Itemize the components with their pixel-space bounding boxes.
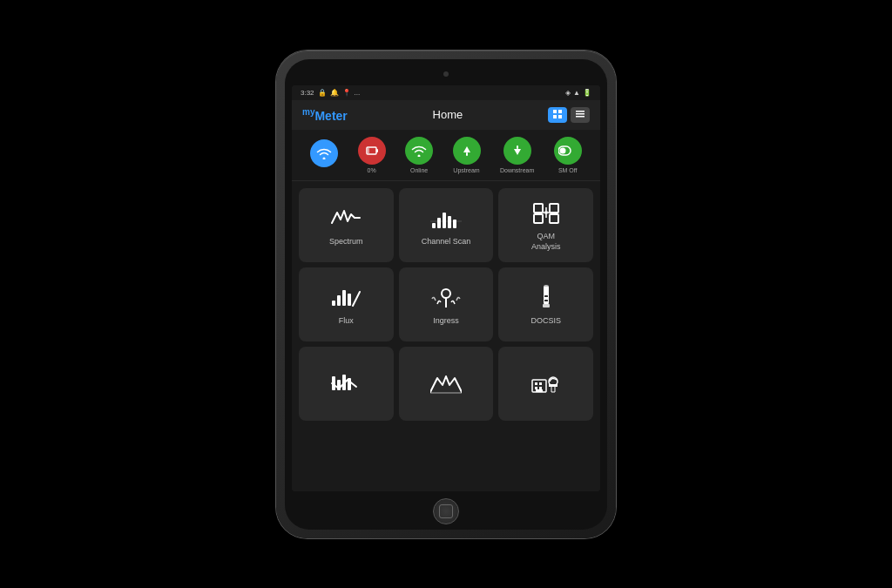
svg-point-35 xyxy=(442,289,450,298)
status-item-upstream[interactable]: Upstream xyxy=(453,137,481,173)
svg-marker-12 xyxy=(514,149,521,155)
status-battery-icon: 🔋 xyxy=(583,89,591,97)
wifi-circle xyxy=(310,139,338,167)
qam-icon xyxy=(530,200,562,225)
svg-rect-13 xyxy=(517,145,518,149)
svg-rect-50 xyxy=(535,387,537,389)
building-icon xyxy=(530,369,562,394)
qam-label: QAMAnalysis xyxy=(531,232,561,252)
tablet-screen: 3:32 🔒 🔔 📍 ... ◈ ▲ 🔋 myMeter Home xyxy=(285,59,607,530)
spectrum-label: Spectrum xyxy=(329,237,363,247)
camera xyxy=(443,71,449,77)
svg-rect-52 xyxy=(536,389,543,392)
svg-line-34 xyxy=(353,292,360,306)
online-circle xyxy=(405,137,433,165)
svg-rect-19 xyxy=(448,216,451,228)
header-actions xyxy=(548,107,590,123)
svg-rect-2 xyxy=(553,115,557,118)
svg-rect-48 xyxy=(535,382,537,385)
grid-item-flux[interactable]: Flux xyxy=(299,267,394,341)
grid-item-ingress[interactable]: Ingress xyxy=(399,267,494,341)
online-label: Online xyxy=(410,167,428,173)
svg-rect-22 xyxy=(550,204,558,213)
svg-rect-17 xyxy=(437,218,441,228)
svg-rect-1 xyxy=(558,110,562,113)
status-bar: 3:32 🔒 🔔 📍 ... ◈ ▲ 🔋 xyxy=(292,85,600,100)
channel-scan-label: Channel Scan xyxy=(422,237,471,247)
grid-item-qam[interactable]: QAMAnalysis xyxy=(498,188,593,262)
sm-label: SM Off xyxy=(558,167,578,173)
grid-item-channel-scan[interactable]: Channel Scan xyxy=(399,188,494,262)
grid-item-spectrum[interactable]: Spectrum xyxy=(299,188,394,262)
downstream-circle xyxy=(503,137,531,165)
ingress-icon xyxy=(430,285,462,309)
svg-rect-21 xyxy=(534,204,543,213)
grid-item-8[interactable] xyxy=(399,347,494,421)
flux-icon xyxy=(330,285,362,309)
svg-rect-6 xyxy=(576,116,585,118)
svg-rect-5 xyxy=(576,113,585,115)
svg-rect-41 xyxy=(544,300,548,301)
grid-item-docsis[interactable]: DOCSIS xyxy=(498,267,593,341)
svg-rect-11 xyxy=(466,152,468,156)
svg-rect-20 xyxy=(453,220,456,228)
svg-rect-55 xyxy=(549,384,558,387)
battery-label: 0% xyxy=(368,167,376,173)
svg-rect-23 xyxy=(534,214,543,223)
status-item-downstream[interactable]: Downstream xyxy=(500,137,534,173)
svg-point-15 xyxy=(559,147,565,153)
status-wifi-icon: ▲ xyxy=(573,89,580,97)
mountain-icon xyxy=(430,369,462,394)
svg-point-38 xyxy=(544,285,549,288)
svg-rect-0 xyxy=(553,110,557,113)
spectrum-icon xyxy=(330,206,362,230)
app-logo: myMeter xyxy=(302,107,348,123)
logo-my: my xyxy=(302,107,314,117)
svg-rect-40 xyxy=(544,295,548,297)
home-button[interactable] xyxy=(433,498,459,524)
svg-rect-49 xyxy=(539,382,542,385)
upstream-circle xyxy=(453,137,481,165)
svg-rect-4 xyxy=(576,111,585,112)
status-item-wifi[interactable] xyxy=(310,139,338,170)
status-item-online[interactable]: Online xyxy=(405,137,433,173)
sm-circle xyxy=(554,137,582,165)
list-view-button[interactable] xyxy=(571,107,590,123)
svg-rect-33 xyxy=(348,294,351,306)
svg-rect-39 xyxy=(543,304,550,308)
docsis-label: DOCSIS xyxy=(530,316,561,327)
svg-marker-10 xyxy=(463,146,470,152)
flux-label: Flux xyxy=(339,316,354,327)
svg-rect-32 xyxy=(342,290,346,306)
upstream-label: Upstream xyxy=(453,167,479,173)
svg-rect-31 xyxy=(337,295,341,306)
page-title: Home xyxy=(433,108,463,121)
status-bar-left: 3:32 🔒 🔔 📍 ... xyxy=(301,89,360,97)
svg-rect-24 xyxy=(550,214,558,223)
quick-status-bar: 0% Online xyxy=(292,130,600,181)
status-bell-icon: 🔔 xyxy=(330,89,339,97)
status-item-battery[interactable]: 0% xyxy=(358,137,386,173)
logo-meter: Meter xyxy=(314,108,347,122)
downstream-label: Downstream xyxy=(500,167,534,173)
grid-item-7[interactable] xyxy=(299,347,394,421)
status-location-icon: 📍 xyxy=(342,89,351,97)
status-bar-right: ◈ ▲ 🔋 xyxy=(565,89,591,97)
svg-rect-30 xyxy=(332,301,335,306)
status-time: 3:32 xyxy=(301,89,314,97)
battery-circle xyxy=(358,137,386,165)
status-signal-icon: ◈ xyxy=(565,89,571,97)
screen-content: 3:32 🔒 🔔 📍 ... ◈ ▲ 🔋 myMeter Home xyxy=(292,85,600,491)
svg-rect-18 xyxy=(443,213,446,228)
grid-view-button[interactable] xyxy=(548,107,567,123)
svg-rect-8 xyxy=(376,149,378,152)
tablet-device: 3:32 🔒 🔔 📍 ... ◈ ▲ 🔋 myMeter Home xyxy=(276,51,616,538)
svg-rect-51 xyxy=(539,387,542,389)
svg-rect-9 xyxy=(368,148,369,153)
docsis-icon xyxy=(530,285,562,309)
status-dots: ... xyxy=(355,89,361,97)
grid-item-9[interactable] xyxy=(498,347,593,421)
status-item-sm[interactable]: SM Off xyxy=(554,137,582,173)
status-lock-icon: 🔒 xyxy=(318,89,327,97)
chart-down-icon xyxy=(330,369,362,394)
